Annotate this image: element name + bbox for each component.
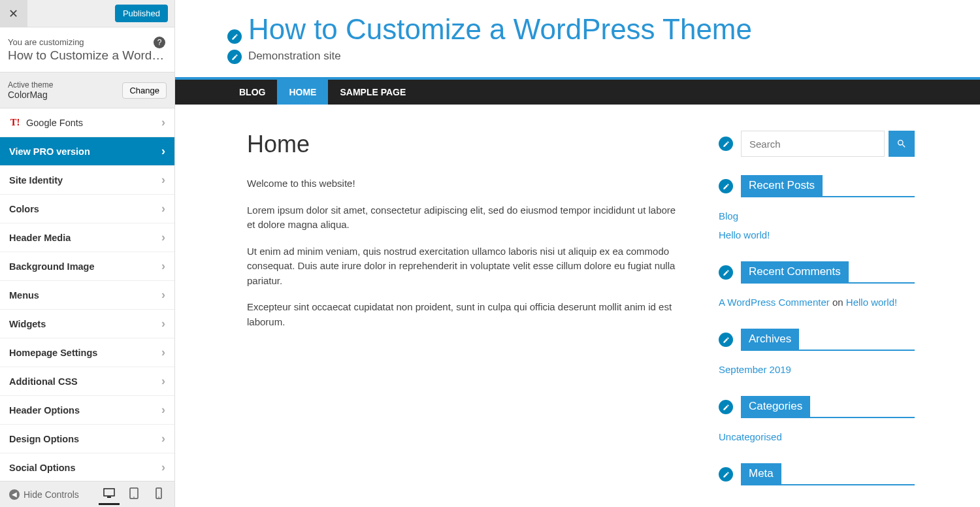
sidebar-item-label: Background Image <box>9 261 161 272</box>
sidebar-item-google-fonts[interactable]: T! Google Fonts › <box>0 108 174 137</box>
customizer-sections-list: T! Google Fonts › View PRO version › Sit… <box>0 108 174 481</box>
edit-shortcut-recent-posts[interactable] <box>719 179 733 193</box>
pencil-icon <box>231 33 238 41</box>
pencil-icon <box>723 140 730 148</box>
archive-link[interactable]: September 2019 <box>719 364 791 375</box>
sidebar-item-label: Google Fonts <box>26 118 161 128</box>
pencil-icon <box>723 183 730 190</box>
edit-shortcut-meta[interactable] <box>719 467 733 482</box>
sidebar-item-homepage-settings[interactable]: Homepage Settings › <box>0 338 174 367</box>
site-header: How to Customize a WordPress Theme Demon… <box>175 0 980 77</box>
nav-item-blog[interactable]: BLOG <box>227 80 277 105</box>
help-button[interactable]: ? <box>154 37 165 48</box>
sidebar-item-label: Design Options <box>9 434 161 444</box>
edit-shortcut-tagline[interactable] <box>227 50 242 64</box>
active-theme-label: Active theme <box>8 80 53 90</box>
search-widget <box>719 131 915 157</box>
sidebar-item-background-image[interactable]: Background Image › <box>0 252 174 281</box>
page-title: Home <box>247 131 679 158</box>
content-paragraph: Lorem ipsum dolor sit amet, consectetur … <box>247 203 679 233</box>
edit-shortcut-archives[interactable] <box>719 333 733 347</box>
chevron-right-icon: › <box>161 202 165 216</box>
active-theme-row: Active theme ColorMag Change <box>0 73 174 108</box>
site-preview[interactable]: How to Customize a WordPress Theme Demon… <box>175 0 980 507</box>
content-paragraph: Ut enim ad minim veniam, quis nostrud ex… <box>247 244 679 289</box>
comment-author-link[interactable]: A WordPress Commenter <box>719 297 830 308</box>
close-customizer-button[interactable]: ✕ <box>0 0 27 27</box>
sidebar-item-label: Social Options <box>9 463 161 473</box>
comment-post-link[interactable]: Hello world! <box>846 297 897 308</box>
svg-rect-1 <box>107 497 111 498</box>
nav-item-sample-page[interactable]: SAMPLE PAGE <box>328 80 417 105</box>
widget-title: Recent Comments <box>741 261 849 282</box>
publish-button[interactable]: Published <box>115 5 168 22</box>
main-area: Home Welcome to this website! Lorem ipsu… <box>175 105 980 507</box>
recent-comments-widget: Recent Comments A WordPress Commenter on… <box>719 261 915 312</box>
recent-post-link[interactable]: Blog <box>719 210 738 221</box>
sidebar-item-menus[interactable]: Menus › <box>0 281 174 310</box>
sidebar-item-colors[interactable]: Colors › <box>0 195 174 223</box>
sidebar-item-header-media[interactable]: Header Media › <box>0 223 174 252</box>
sidebar-item-header-options[interactable]: Header Options › <box>0 396 174 425</box>
edit-shortcut-search[interactable] <box>719 137 733 151</box>
pencil-icon <box>723 269 730 276</box>
svg-point-5 <box>158 497 159 498</box>
customizer-panel: ✕ Published You are customizing How to C… <box>0 0 175 507</box>
site-title[interactable]: How to Customize a WordPress Theme <box>248 13 752 45</box>
edit-shortcut-categories[interactable] <box>719 400 733 414</box>
chevron-right-icon: › <box>161 317 165 331</box>
search-input[interactable] <box>741 131 885 157</box>
recent-posts-widget: Recent Posts Blog Hello world! <box>719 175 915 244</box>
widget-title: Recent Posts <box>741 175 823 196</box>
chevron-right-icon: › <box>161 432 165 446</box>
recent-post-link[interactable]: Hello world! <box>719 229 770 240</box>
hide-controls-button[interactable]: ◀ Hide Controls <box>5 487 83 502</box>
sidebar-item-view-pro[interactable]: View PRO version › <box>0 137 174 166</box>
device-tablet-button[interactable] <box>123 484 144 505</box>
chevron-right-icon: › <box>161 288 165 302</box>
hide-controls-label: Hide Controls <box>24 489 79 500</box>
close-icon: ✕ <box>8 7 18 21</box>
sidebar-item-additional-css[interactable]: Additional CSS › <box>0 367 174 396</box>
sidebar-item-social-options[interactable]: Social Options › <box>0 453 174 481</box>
sidebar-item-label: Additional CSS <box>9 376 161 387</box>
edit-shortcut-site-title[interactable] <box>227 29 242 44</box>
svg-rect-0 <box>104 489 114 496</box>
chevron-right-icon: › <box>161 346 165 359</box>
site-tagline: Demonstration site <box>248 50 341 62</box>
pencil-icon <box>231 54 238 61</box>
device-desktop-button[interactable] <box>99 484 120 505</box>
customizer-info-header: You are customizing How to Customize a W… <box>0 27 174 73</box>
categories-widget: Categories Uncategorised <box>719 396 915 446</box>
nav-item-home[interactable]: HOME <box>277 80 328 105</box>
search-button[interactable] <box>889 131 915 157</box>
category-link[interactable]: Uncategorised <box>719 431 782 442</box>
svg-point-3 <box>133 497 135 498</box>
sidebar-item-widgets[interactable]: Widgets › <box>0 310 174 338</box>
mobile-icon <box>155 487 162 499</box>
sidebar-item-label: Header Options <box>9 405 161 416</box>
device-mobile-button[interactable] <box>148 484 169 505</box>
sidebar-item-label: View PRO version <box>9 146 161 157</box>
content-paragraph: Welcome to this website! <box>247 176 679 191</box>
main-nav-wrap: BLOG HOME SAMPLE PAGE <box>175 77 980 105</box>
customizer-bottom-bar: ◀ Hide Controls <box>0 481 174 507</box>
archives-widget: Archives September 2019 <box>719 329 915 379</box>
sidebar-item-label: Menus <box>9 290 161 301</box>
sidebar-item-design-options[interactable]: Design Options › <box>0 425 174 453</box>
comment-on-text: on <box>830 297 846 308</box>
sidebar-item-site-identity[interactable]: Site Identity › <box>0 166 174 195</box>
pencil-icon <box>723 471 730 478</box>
change-theme-button[interactable]: Change <box>122 82 167 99</box>
customizing-label: You are customizing <box>8 37 84 47</box>
chevron-right-icon: › <box>161 374 165 388</box>
sidebar-widgets: Recent Posts Blog Hello world! Recent Co… <box>719 131 915 502</box>
customizer-top-bar: ✕ Published <box>0 0 174 27</box>
chevron-right-icon: › <box>161 116 165 129</box>
edit-shortcut-recent-comments[interactable] <box>719 265 733 280</box>
collapse-icon: ◀ <box>9 489 20 500</box>
widget-title: Archives <box>741 329 799 350</box>
customizing-site-name: How to Customize a WordPres... <box>8 48 165 63</box>
chevron-right-icon: › <box>161 259 165 273</box>
sidebar-item-label: Colors <box>9 204 161 214</box>
